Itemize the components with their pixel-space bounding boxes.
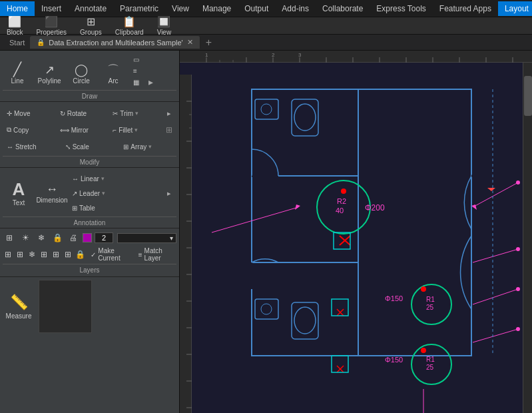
layer-icon3: ❄: [27, 248, 37, 261]
layers-section: ⊞ ☀ ❄ 🔒 🖨 2 ▾ ⊞ ⊞ ❄ ⊞ ⊞ ⊞ 🔒: [0, 228, 179, 277]
layer-icon2: ⊞: [15, 248, 25, 261]
linear-button[interactable]: ↔ Linear ▾: [69, 172, 160, 185]
table-icon: ⊞: [72, 205, 77, 212]
rotate-button[interactable]: ↻ Rotate: [56, 106, 108, 121]
layer-number-input[interactable]: 2: [95, 232, 113, 243]
circle-button[interactable]: ◯ Circle: [67, 61, 96, 87]
svg-text:R2: R2: [337, 197, 346, 205]
doc-tab-bar: Start 🔒 Data Extraction and Multileaders…: [0, 35, 532, 51]
leader-icon: ↗: [72, 190, 77, 197]
scale-button[interactable]: ⤡ Scale: [61, 139, 119, 154]
make-current-button[interactable]: ✓ Make Current: [87, 247, 133, 262]
make-current-icon: ✓: [91, 251, 96, 258]
menu-layout[interactable]: Layout: [498, 1, 532, 16]
rectangle-button[interactable]: ▭: [132, 55, 140, 65]
modify-section-title: Modify: [3, 156, 176, 166]
scale-icon: ⤡: [65, 143, 71, 151]
measure-button[interactable]: 📏 Measure: [3, 291, 35, 322]
hatch-button[interactable]: ≡: [132, 66, 140, 76]
polyline-button[interactable]: ↗ Polyline: [35, 61, 64, 87]
scrollbar-thumb[interactable]: [524, 76, 532, 116]
measure-preview: [39, 280, 92, 333]
trim-button[interactable]: ✂ Trim ▾: [109, 106, 160, 121]
match-layer-button[interactable]: ≡ Match Layer: [134, 247, 176, 262]
menu-collaborate[interactable]: Collaborate: [316, 1, 370, 16]
annotation-list: ↔ Linear ▾ ↗ Leader ▾ ⊞ Table: [69, 172, 160, 214]
layer-props-button[interactable]: ⊞: [3, 231, 16, 244]
menu-addins[interactable]: Add-ins: [275, 1, 316, 16]
layer-dropdown[interactable]: ▾: [117, 233, 176, 243]
svg-text:40: 40: [336, 206, 344, 214]
layer-print-icon: 🖨: [67, 231, 80, 244]
layer-icon1: ⊞: [3, 248, 13, 261]
menu-featured-apps[interactable]: Featured Apps: [433, 1, 498, 16]
cad-drawing: R2 40 Φ200 R1 25 Φ150 R1 25 Φ150: [192, 63, 532, 413]
svg-text:3: 3: [298, 52, 302, 58]
line-button[interactable]: ╱ Line: [3, 60, 32, 87]
text-button[interactable]: A Text: [3, 178, 35, 209]
properties-button[interactable]: ⬛ Properties: [32, 14, 71, 37]
svg-text:2: 2: [272, 52, 275, 58]
layer-color[interactable]: [83, 233, 92, 242]
view-button[interactable]: 🔲 View: [153, 14, 176, 37]
svg-text:1: 1: [205, 52, 208, 58]
array-button[interactable]: ⊞ Array ▾: [119, 139, 176, 154]
menu-output[interactable]: Output: [238, 1, 275, 16]
measure-icon: 📏: [10, 294, 28, 311]
menu-manage[interactable]: Manage: [196, 1, 238, 16]
annotation-more-button[interactable]: ▸: [162, 189, 176, 198]
menu-express[interactable]: Express Tools: [370, 1, 432, 16]
ruler-horizontal: 1 2 3: [180, 51, 532, 63]
add-tab-button[interactable]: +: [200, 36, 217, 49]
trim-dropdown-arrow: ▾: [135, 110, 138, 117]
circle-icon: ◯: [75, 64, 88, 76]
array-icon: ⊞: [123, 143, 129, 151]
svg-rect-31: [192, 63, 532, 413]
leader-button[interactable]: ↗ Leader ▾: [69, 187, 160, 200]
arc-button[interactable]: ⌒ Arc: [99, 61, 128, 87]
dimension-button[interactable]: ↔ Dimension: [36, 181, 68, 206]
main-content: ╱ Line ↗ Polyline ◯ Circle ⌒ Arc ▭: [0, 51, 532, 413]
svg-text:25: 25: [426, 364, 434, 371]
draw-more-button[interactable]: ▸: [143, 77, 158, 87]
stretch-button[interactable]: ↔ Stretch: [3, 139, 60, 154]
layer-sun-icon: ☀: [19, 231, 32, 244]
fillet-dropdown-arrow: ▾: [134, 127, 138, 133]
copy-button[interactable]: ⧉ Copy: [3, 123, 55, 137]
svg-point-62: [341, 189, 346, 194]
svg-point-64: [421, 348, 426, 353]
layer-icon6: ⊞: [63, 248, 73, 261]
ruler-h-ticks: 1 2 3: [180, 51, 532, 63]
block-button[interactable]: ⬜ Block: [3, 14, 27, 37]
layer-freeze-icon: ❄: [35, 231, 48, 244]
fillet-button[interactable]: ⌐ Fillet ▾: [109, 123, 160, 137]
scrollbar-vertical[interactable]: [523, 63, 532, 413]
svg-point-63: [421, 286, 426, 292]
svg-text:Φ150: Φ150: [385, 294, 403, 302]
mirror-button[interactable]: ⟺ Mirror: [56, 123, 108, 137]
modify-more-button[interactable]: ▸: [162, 109, 176, 118]
gradient-button[interactable]: ▦: [132, 77, 140, 87]
annotation-section-title: Annotation: [3, 216, 176, 226]
canvas-area: 1 2 3: [180, 51, 532, 413]
modify-extra-icon[interactable]: ⊞: [162, 125, 176, 135]
match-layer-icon: ≡: [138, 251, 142, 258]
table-button[interactable]: ⊞ Table: [69, 201, 160, 214]
svg-text:Φ150: Φ150: [385, 356, 403, 364]
move-button[interactable]: ✛ Move: [3, 106, 55, 121]
close-tab-button[interactable]: ✕: [187, 38, 193, 47]
text-icon: A: [13, 181, 25, 198]
svg-text:25: 25: [426, 304, 434, 311]
groups-button[interactable]: ⊞ Groups: [76, 14, 106, 37]
leader-arrow: ▾: [102, 190, 105, 197]
document-tab[interactable]: 🔒 Data Extraction and Multileaders Sampl…: [30, 36, 200, 49]
drawing-canvas[interactable]: R2 40 Φ200 R1 25 Φ150 R1 25 Φ150: [180, 63, 532, 413]
arc-icon: ⌒: [107, 64, 119, 76]
linear-icon: ↔: [72, 175, 79, 183]
layer-lock-icon: 🔒: [51, 231, 64, 244]
clipboard-button[interactable]: 📋 Clipboard: [111, 14, 148, 37]
start-tab[interactable]: Start: [4, 37, 30, 49]
draw-section-title: Draw: [3, 90, 176, 100]
layer-icon5: ⊞: [51, 248, 61, 261]
left-panel: ╱ Line ↗ Polyline ◯ Circle ⌒ Arc ▭: [0, 51, 180, 413]
